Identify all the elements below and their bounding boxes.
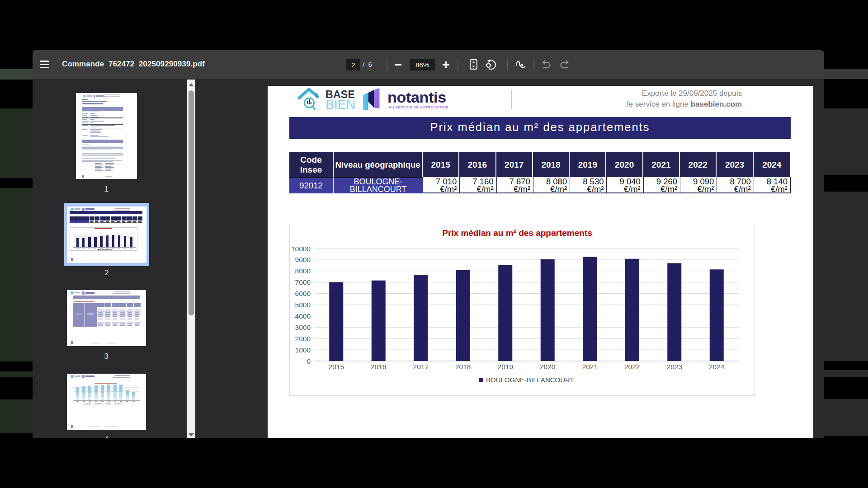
svg-text:Prix médian au m² des appartem: Prix médian au m² des appartements (442, 228, 592, 238)
svg-text:9000: 9000 (295, 256, 311, 263)
svg-text:2017: 2017 (413, 363, 429, 371)
svg-text:2016: 2016 (371, 363, 386, 371)
svg-text:6000: 6000 (295, 290, 311, 297)
svg-text:BOULOGNE-BILLANCOURT: BOULOGNE-BILLANCOURT (486, 376, 574, 384)
svg-text:3000: 3000 (295, 324, 311, 331)
svg-text:1000: 1000 (295, 346, 311, 354)
svg-text:2023: 2023 (667, 363, 682, 371)
svg-text:2015: 2015 (329, 363, 344, 371)
svg-text:2018: 2018 (455, 363, 471, 371)
svg-text:2021: 2021 (582, 363, 598, 371)
svg-text:4000: 4000 (295, 312, 311, 320)
svg-text:8000: 8000 (295, 267, 311, 275)
svg-text:5000: 5000 (295, 301, 311, 309)
svg-text:2020: 2020 (540, 363, 556, 371)
svg-text:10000: 10000 (291, 245, 311, 253)
svg-text:2024: 2024 (709, 363, 725, 371)
svg-text:2019: 2019 (498, 363, 513, 371)
svg-text:2022: 2022 (624, 363, 640, 371)
svg-text:2000: 2000 (295, 335, 311, 343)
svg-text:7000: 7000 (295, 278, 311, 286)
svg-text:0: 0 (307, 357, 311, 365)
